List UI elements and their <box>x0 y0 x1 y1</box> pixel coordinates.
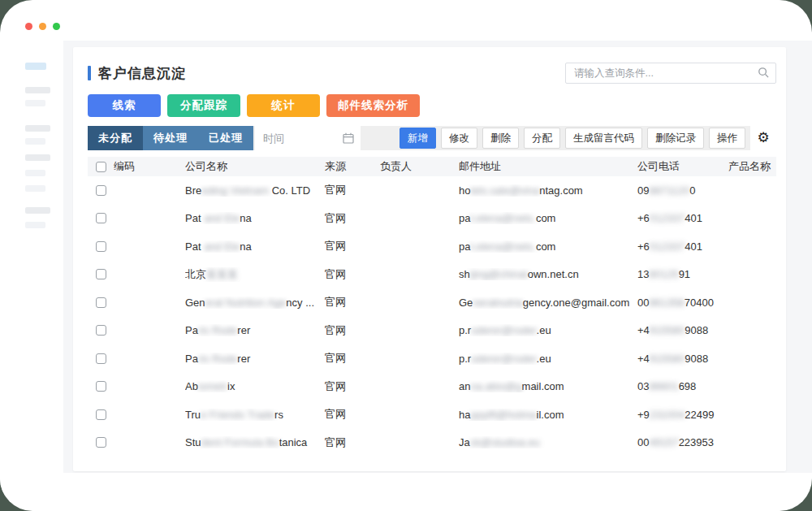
row-checkbox[interactable] <box>96 409 106 420</box>
row-checkbox[interactable] <box>96 241 106 252</box>
toolbar-button-1[interactable]: 新增 <box>400 128 436 149</box>
sidebar <box>0 41 63 496</box>
company-cell: 北京某某某 <box>185 267 325 282</box>
toolbar-button-4[interactable]: 分配 <box>524 128 560 149</box>
table-header-row: 编码公司名称来源负责人邮件地址公司电话产品名称 <box>88 157 776 176</box>
email-cell: Jack@studioa.eu <box>459 436 637 448</box>
select-all-checkbox[interactable] <box>96 162 106 172</box>
toolbar-button-5[interactable]: 生成留言代码 <box>565 128 642 149</box>
sidebar-item-active[interactable] <box>25 63 46 70</box>
phone-cell: +49155809088 <box>637 353 728 365</box>
page-header: 客户信息沉淀 <box>88 62 776 84</box>
close-window-icon[interactable] <box>25 23 32 30</box>
filter-bar: 未分配待处理已处理 新增修改删除分配生成留言代码删除记录操作 ⚙ <box>88 126 776 150</box>
table-row: 北京某某某官网shijing@chinatown.net.cn138012591 <box>88 261 776 289</box>
company-cell: Student Formula Botanica <box>185 436 325 448</box>
phone-cell: +49155809088 <box>637 324 728 336</box>
table-row: Pat and Elena官网pat.elena@nets.com+601233… <box>88 205 776 233</box>
table-row: Breeding Vietnam Co. LTD官网hotels.sale@vi… <box>88 176 776 205</box>
company-cell: Paris Roderer <box>185 324 325 336</box>
search-input[interactable] <box>565 63 776 84</box>
sidebar-item[interactable] <box>25 170 45 176</box>
filter-tab-3[interactable]: 已处理 <box>198 126 253 150</box>
column-header: 来源 <box>325 159 380 174</box>
sidebar-item[interactable] <box>25 207 50 214</box>
table-row: Abiometrix官网anna.abio@gmail.com038660169… <box>88 373 776 401</box>
sidebar-item[interactable] <box>25 222 45 228</box>
email-cell: shijing@chinatown.net.cn <box>459 268 637 280</box>
toolbar-buttons: 新增修改删除分配生成留言代码删除记录操作 <box>400 128 745 149</box>
source-cell: 官网 <box>325 351 380 366</box>
email-cell: happytft@hotmail.com <box>459 409 637 421</box>
source-cell: 官网 <box>325 407 380 422</box>
row-checkbox[interactable] <box>96 185 106 196</box>
row-checkbox-cell <box>88 297 114 308</box>
table-row: Paris Roderer官网p.roderer@roder.eu+491558… <box>88 344 776 373</box>
row-checkbox[interactable] <box>96 213 106 223</box>
toolbar-button-6[interactable]: 删除记录 <box>647 128 704 149</box>
row-checkbox-cell <box>88 381 114 392</box>
app-window: 客户信息沉淀 线索分配跟踪统计邮件线索分析 未分配待处理已处理 <box>0 0 812 511</box>
phone-cell: +6012337401 <box>637 240 728 253</box>
email-cell: p.roderer@roder.eu <box>459 353 637 365</box>
source-cell: 官网 <box>325 211 380 226</box>
nav-button-2[interactable]: 分配跟踪 <box>167 94 240 117</box>
filter-tab-2[interactable]: 待处理 <box>143 126 198 150</box>
sidebar-item[interactable] <box>25 185 45 192</box>
sidebar-item[interactable] <box>25 138 45 145</box>
gear-icon[interactable]: ⚙ <box>750 126 776 150</box>
nav-button-1[interactable]: 线索 <box>88 94 161 117</box>
nav-buttons: 线索分配跟踪统计邮件线索分析 <box>88 94 776 117</box>
company-cell: Breeding Vietnam Co. LTD <box>185 184 325 197</box>
toolbar-button-3[interactable]: 删除 <box>482 128 519 149</box>
row-checkbox[interactable] <box>96 381 106 392</box>
filter-tab-1[interactable]: 未分配 <box>88 126 143 150</box>
minimize-window-icon[interactable] <box>39 23 46 30</box>
row-checkbox-cell <box>88 185 114 196</box>
row-checkbox-cell <box>88 213 114 223</box>
row-checkbox-cell <box>88 325 114 336</box>
row-checkbox[interactable] <box>96 269 106 279</box>
source-cell: 官网 <box>325 295 380 310</box>
search-box <box>565 63 776 84</box>
phone-cell: +923100422499 <box>637 409 728 421</box>
email-cell: Generalnutriagency.one@gmail.com <box>459 297 637 309</box>
company-cell: Abiometrix <box>185 380 325 392</box>
phone-cell: 138012591 <box>637 268 728 280</box>
column-header: 产品名称 <box>728 159 776 174</box>
table-row: True Friends Traders官网happytft@hotmail.c… <box>88 401 776 429</box>
filter-tabs: 未分配待处理已处理 <box>88 126 361 150</box>
row-checkbox-cell <box>88 437 114 448</box>
phone-cell: 0988711200 <box>637 184 728 197</box>
phone-cell: +6012337401 <box>637 212 728 224</box>
phone-cell: 0086135870400 <box>637 297 728 309</box>
nav-button-4[interactable]: 邮件线索分析 <box>326 94 420 117</box>
toolbar-button-2[interactable]: 修改 <box>441 128 477 149</box>
phone-cell: 0386601698 <box>637 380 728 392</box>
calendar-icon[interactable] <box>343 132 354 144</box>
toolbar-button-7[interactable]: 操作 <box>709 128 745 149</box>
row-checkbox[interactable] <box>96 437 106 448</box>
source-cell: 官网 <box>325 435 380 450</box>
table-row: General Nutrition Agency ... .官网Generaln… <box>88 288 776 317</box>
search-icon[interactable] <box>758 67 770 79</box>
page-title: 客户信息沉淀 <box>98 64 186 83</box>
row-checkbox[interactable] <box>96 353 106 364</box>
sidebar-item[interactable] <box>25 87 50 93</box>
email-cell: anna.abio@gmail.com <box>459 380 637 392</box>
company-cell: Paris Roderer <box>185 353 325 365</box>
row-checkbox[interactable] <box>96 325 106 336</box>
sidebar-item[interactable] <box>25 154 50 161</box>
company-cell: Pat and Elena <box>185 212 325 224</box>
sidebar-item[interactable] <box>25 100 45 106</box>
row-checkbox[interactable] <box>96 297 106 308</box>
sidebar-item[interactable] <box>25 125 50 132</box>
company-cell: General Nutrition Agency ... . <box>185 297 325 309</box>
zoom-window-icon[interactable] <box>53 23 60 30</box>
title-accent-bar <box>88 66 91 80</box>
email-cell: hotels.sale@vinantag.com <box>459 184 637 197</box>
row-checkbox-cell <box>88 241 114 252</box>
source-cell: 官网 <box>325 239 380 253</box>
nav-button-3[interactable]: 统计 <box>247 94 320 117</box>
email-cell: p.roderer@roder.eu <box>459 324 637 336</box>
